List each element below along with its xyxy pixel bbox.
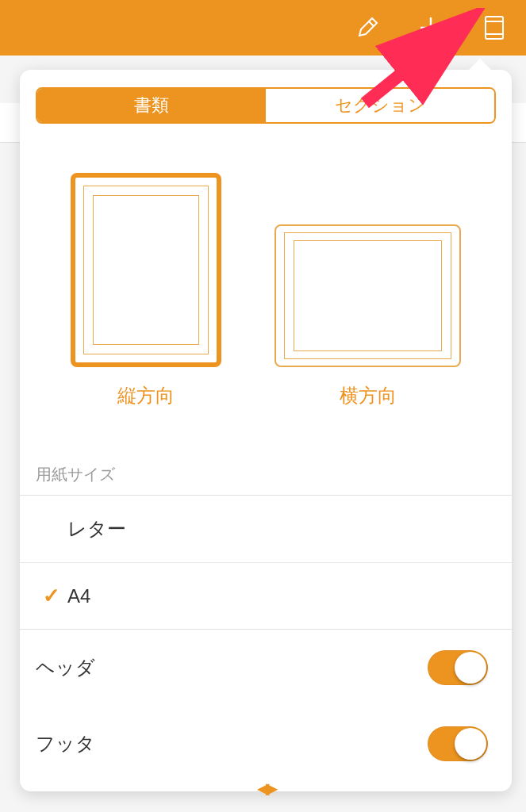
paper-size-label: レター: [67, 516, 126, 542]
top-toolbar: [0, 0, 526, 56]
brush-icon[interactable]: [351, 12, 383, 44]
header-toggle-label: ヘッダ: [36, 655, 95, 680]
header-toggle-row: ヘッダ: [20, 630, 512, 706]
plus-icon[interactable]: [415, 12, 447, 44]
document-settings-popover: 書類 セクション 縦方向 横方向 用紙サイズ レター ✓ A4 ヘッ: [20, 70, 512, 791]
portrait-page-icon: [71, 173, 221, 367]
orientation-portrait[interactable]: 縦方向: [71, 173, 221, 408]
tab-document[interactable]: 書類: [37, 89, 266, 122]
orientation-landscape[interactable]: 横方向: [275, 224, 461, 408]
document-icon[interactable]: [478, 12, 510, 44]
footer-toggle-row: フッタ: [20, 706, 512, 782]
popover-arrow: [467, 59, 493, 71]
paper-size-title: 用紙サイズ: [20, 424, 512, 496]
footer-toggle-label: フッタ: [36, 731, 95, 756]
svg-rect-2: [486, 17, 503, 39]
paper-size-label: A4: [67, 585, 90, 607]
switch-knob: [455, 652, 486, 684]
orientation-portrait-label: 縦方向: [71, 383, 221, 408]
tab-section[interactable]: セクション: [266, 89, 494, 122]
checkmark-icon: ✓: [43, 584, 60, 608]
header-switch[interactable]: [428, 650, 488, 685]
paper-size-option-a4[interactable]: ✓ A4: [20, 563, 512, 629]
paper-size-option-letter[interactable]: レター: [20, 496, 512, 563]
check-column: ✓: [36, 584, 67, 608]
orientation-landscape-label: 横方向: [275, 383, 461, 408]
resize-handle-icon[interactable]: ◀▶: [257, 779, 275, 798]
footer-switch[interactable]: [428, 726, 488, 761]
switch-knob: [455, 728, 486, 760]
landscape-page-icon: [275, 224, 461, 367]
orientation-row: 縦方向 横方向: [20, 141, 512, 424]
segmented-control: 書類 セクション: [36, 87, 496, 124]
